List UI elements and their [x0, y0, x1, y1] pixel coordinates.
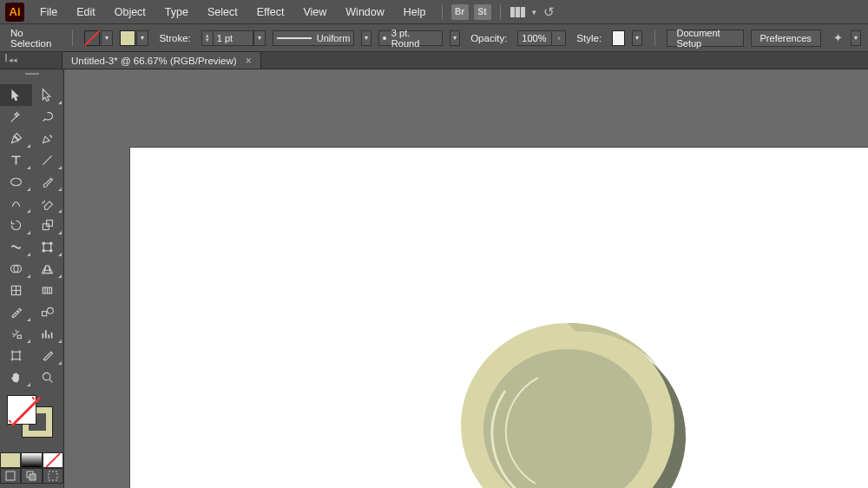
color-mode-gradient[interactable] [21, 452, 42, 468]
svg-rect-15 [12, 352, 20, 359]
ellipse-tool[interactable] [0, 171, 32, 193]
stroke-weight-value[interactable]: 1 pt [214, 30, 253, 46]
menu-select[interactable]: Select [199, 3, 247, 22]
document-tab[interactable]: Untitled-3* @ 66.67% (RGB/Preview) × [62, 51, 261, 69]
bridge-icon[interactable]: Br [451, 4, 469, 20]
artboard-tool[interactable] [0, 345, 32, 366]
column-graph-tool[interactable] [32, 323, 64, 345]
fill-swatch[interactable] [84, 30, 100, 46]
direct-selection-tool[interactable] [32, 84, 64, 106]
document-setup-button[interactable]: Document Setup [667, 30, 743, 47]
paintbrush-tool[interactable] [32, 171, 64, 193]
divider [442, 4, 443, 20]
slice-tool[interactable] [32, 345, 64, 366]
fill-indicator[interactable] [7, 395, 36, 425]
fill-stroke-indicator[interactable] [0, 393, 63, 435]
menu-help[interactable]: Help [395, 3, 435, 22]
svg-rect-1 [43, 224, 49, 230]
graphic-style-swatch[interactable] [612, 30, 625, 46]
artwork-coin [130, 148, 868, 488]
color-mode-solid[interactable] [0, 452, 21, 468]
brush-dot-icon [383, 36, 386, 40]
perspective-grid-tool[interactable] [32, 258, 64, 280]
draw-normal-icon[interactable] [0, 468, 21, 484]
opacity-value[interactable]: 100% [517, 30, 552, 46]
document-tab-strip: ◂◂ Untitled-3* @ 66.67% (RGB/Preview) × [0, 52, 868, 69]
hand-tool[interactable] [0, 366, 32, 388]
toolbox-grip-icon[interactable] [0, 73, 63, 82]
svg-point-4 [43, 242, 45, 245]
menu-effect[interactable]: Effect [248, 3, 293, 22]
menu-file[interactable]: File [31, 3, 66, 22]
app-logo: Ai [5, 3, 24, 22]
gradient-tool[interactable] [32, 280, 64, 301]
profile-dropdown[interactable]: ▾ [361, 30, 372, 46]
line-segment-tool[interactable] [32, 149, 64, 171]
magic-wand-tool[interactable] [0, 106, 32, 128]
svg-rect-14 [17, 335, 21, 338]
menu-window[interactable]: Window [337, 3, 392, 22]
canvas[interactable] [64, 69, 868, 488]
arrange-documents-icon[interactable] [510, 7, 525, 17]
svg-point-16 [43, 373, 51, 380]
color-mode-none[interactable] [43, 452, 63, 468]
curvature-tool[interactable] [32, 128, 64, 149]
menu-object[interactable]: Object [106, 3, 155, 22]
menu-view[interactable]: View [294, 3, 335, 22]
rotate-tool[interactable] [0, 214, 32, 236]
width-tool[interactable] [0, 236, 32, 258]
brush-dropdown[interactable]: ▾ [450, 30, 460, 46]
type-tool[interactable] [0, 149, 32, 171]
stepper-arrows-icon[interactable]: ▲▼ [201, 30, 214, 46]
style-dropdown[interactable]: ▾ [632, 30, 642, 46]
screen-mode-row [0, 468, 63, 484]
sync-settings-icon[interactable]: ↺ [543, 4, 555, 20]
panel-collapse-toggle[interactable]: ◂◂ [0, 51, 62, 69]
shape-builder-tool[interactable] [0, 258, 32, 280]
stroke-swatch[interactable] [120, 30, 135, 46]
stroke-dropdown[interactable]: ▾ [136, 30, 148, 46]
chevron-down-icon[interactable]: ▾ [532, 8, 536, 16]
svg-rect-20 [49, 472, 57, 480]
eraser-tool[interactable] [32, 193, 64, 214]
symbol-sprayer-tool[interactable] [0, 323, 32, 345]
free-transform-tool[interactable] [32, 236, 64, 258]
divider [654, 30, 655, 46]
align-flyout-icon[interactable]: ✦ [832, 30, 845, 46]
svg-point-13 [48, 307, 54, 313]
menu-type[interactable]: Type [156, 3, 197, 22]
eyedropper-tool[interactable] [0, 301, 32, 323]
stroke-weight-field[interactable]: ▲▼ 1 pt ▾ [201, 30, 266, 46]
align-dropdown[interactable]: ▾ [851, 30, 861, 46]
pen-tool[interactable] [0, 128, 32, 149]
draw-behind-icon[interactable] [21, 468, 42, 484]
fill-dropdown[interactable]: ▾ [101, 30, 113, 46]
svg-point-0 [10, 178, 21, 186]
preferences-button[interactable]: Preferences [751, 30, 821, 47]
draw-inside-icon[interactable] [43, 468, 63, 484]
menu-edit[interactable]: Edit [68, 3, 104, 22]
color-mode-row [0, 452, 63, 468]
stroke-weight-dropdown[interactable]: ▾ [253, 30, 266, 46]
selection-status: No Selection [7, 26, 60, 50]
brush-definition[interactable]: 3 pt. Round [378, 30, 443, 46]
scale-tool[interactable] [32, 214, 64, 236]
fill-swatch-group: ▾ [84, 30, 113, 46]
svg-rect-12 [43, 312, 47, 316]
lasso-tool[interactable] [32, 106, 64, 128]
document-tab-title: Untitled-3* @ 66.67% (RGB/Preview) [71, 56, 237, 66]
svg-rect-19 [30, 474, 36, 480]
selection-tool[interactable] [0, 84, 32, 106]
svg-point-6 [43, 249, 45, 252]
blend-tool[interactable] [32, 301, 64, 323]
shaper-tool[interactable] [0, 193, 32, 214]
opacity-dropdown[interactable]: › [552, 30, 566, 46]
variable-width-profile[interactable]: Uniform [273, 30, 355, 46]
toolbox [0, 69, 64, 488]
mesh-tool[interactable] [0, 280, 32, 301]
stock-icon[interactable]: St [474, 4, 491, 20]
close-tab-icon[interactable]: × [246, 55, 252, 67]
opacity-field[interactable]: 100% › [517, 30, 566, 46]
opacity-label: Opacity: [467, 31, 510, 45]
zoom-tool[interactable] [32, 366, 64, 388]
